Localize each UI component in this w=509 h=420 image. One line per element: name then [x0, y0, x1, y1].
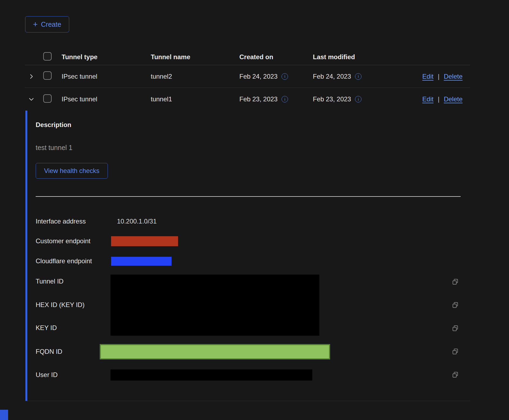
interface-address-label: Interface address — [36, 218, 86, 225]
tunnels-table: Tunnel type Tunnel name Created on Last … — [25, 49, 470, 401]
action-separator: | — [438, 95, 439, 103]
fqdn-id-redaction — [100, 344, 330, 359]
copy-user-id-button[interactable] — [451, 370, 460, 379]
hex-id-label: HEX ID (KEY ID) — [36, 301, 85, 309]
key-id-label: KEY ID — [36, 324, 57, 332]
panel-divider — [36, 196, 461, 197]
tunnel-type-cell: IPsec tunnel — [53, 73, 143, 80]
header-tunnel-type: Tunnel type — [53, 53, 143, 61]
cloudflare-endpoint-redaction — [111, 257, 172, 266]
table-header-row: Tunnel type Tunnel name Created on Last … — [25, 49, 470, 65]
ipsec-tunnels-page: + Create Tunnel type Tunnel name Created… — [0, 0, 509, 420]
user-id-label: User ID — [36, 371, 58, 379]
tunnel-name-cell: tunnel1 — [143, 95, 232, 103]
table-row: IPsec tunnel tunnel2 Feb 24, 2023 i Feb … — [25, 65, 470, 88]
interface-address-value: 10.200.1.0/31 — [117, 218, 157, 225]
tunnel-type-cell: IPsec tunnel — [53, 95, 143, 103]
info-icon[interactable]: i — [355, 73, 361, 80]
customer-endpoint-redaction — [111, 236, 178, 246]
cloudflare-endpoint-label: Cloudflare endpoint — [36, 257, 92, 265]
description-value: test tunnel 1 — [36, 144, 72, 152]
edit-link[interactable]: Edit — [422, 95, 433, 103]
action-separator: | — [438, 73, 439, 80]
copy-key-id-button[interactable] — [451, 324, 460, 333]
tunnel-name-cell: tunnel2 — [143, 73, 232, 80]
info-icon[interactable]: i — [282, 73, 288, 80]
row-checkbox[interactable] — [43, 71, 52, 80]
last-modified-cell: Feb 24, 2023 — [313, 73, 351, 80]
delete-link[interactable]: Delete — [444, 95, 463, 103]
collapse-chevron-down-icon[interactable] — [25, 93, 38, 106]
user-id-redaction — [110, 369, 312, 381]
copy-tunnel-id-button[interactable] — [451, 277, 460, 286]
created-on-cell: Feb 23, 2023 — [239, 95, 277, 103]
expand-chevron-right-icon[interactable] — [25, 70, 38, 83]
created-on-cell: Feb 24, 2023 — [239, 73, 277, 80]
copy-hex-id-button[interactable] — [451, 301, 460, 310]
tunnel-details-panel: Description test tunnel 1 View health ch… — [25, 111, 470, 401]
header-tunnel-name: Tunnel name — [143, 53, 232, 61]
view-health-checks-button[interactable]: View health checks — [36, 163, 108, 179]
panel-accent-bar — [25, 111, 27, 401]
info-icon[interactable]: i — [355, 96, 361, 102]
scroll-accent — [0, 410, 8, 420]
select-all-checkbox[interactable] — [43, 52, 52, 61]
delete-link[interactable]: Delete — [444, 73, 463, 80]
customer-endpoint-label: Customer endpoint — [36, 237, 91, 245]
tunnel-id-label: Tunnel ID — [36, 278, 63, 285]
create-button[interactable]: + Create — [25, 16, 69, 32]
info-icon[interactable]: i — [282, 96, 288, 102]
ids-redaction — [110, 275, 319, 336]
copy-fqdn-id-button[interactable] — [451, 347, 460, 356]
header-last-modified: Last modified — [305, 53, 403, 61]
table-row: IPsec tunnel tunnel1 Feb 23, 2023 i Feb … — [25, 88, 470, 111]
create-button-label: Create — [41, 21, 61, 28]
last-modified-cell: Feb 23, 2023 — [313, 95, 351, 103]
plus-icon: + — [33, 20, 38, 28]
edit-link[interactable]: Edit — [422, 73, 433, 80]
header-created-on: Created on — [232, 53, 305, 61]
description-label: Description — [36, 121, 71, 129]
fqdn-id-label: FQDN ID — [36, 348, 62, 355]
row-checkbox[interactable] — [43, 94, 52, 103]
